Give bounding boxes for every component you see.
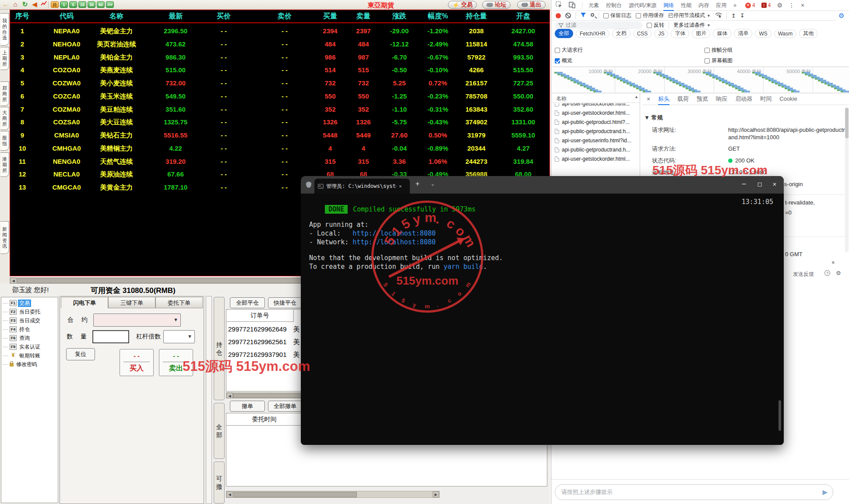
sidebar-item-F9[interactable]: F9实名认证 xyxy=(3,343,42,351)
details-scrollbar[interactable] xyxy=(845,108,849,252)
network-url[interactable]: http://localhost:8080 xyxy=(352,238,436,246)
inspect-icon[interactable] xyxy=(556,1,563,10)
request-row[interactable]: api-user-getstockorder.html... xyxy=(555,103,630,108)
leverage-select[interactable]: ▼ xyxy=(163,330,195,343)
quote-row[interactable]: 2NEHOA0美页岩油连续473.62- -- -484484-12.12-2.… xyxy=(10,38,550,51)
column-header[interactable]: 最新 xyxy=(169,12,183,21)
chart-icon[interactable] xyxy=(40,0,48,8)
sidebar-item-F2[interactable]: F2当日委托 xyxy=(3,308,42,316)
sidebar-item-F6[interactable]: F6查询 xyxy=(3,334,31,342)
sidebar-item-¥[interactable]: ¥银期转账 xyxy=(3,352,42,359)
close-banner-icon[interactable]: × xyxy=(831,259,835,266)
quote-row[interactable]: 10CMHGA0美精铜主力4.22- -- -44-0.04-0.89%2034… xyxy=(10,142,550,155)
more-filters-button[interactable]: 更多过滤条件▼ xyxy=(673,21,711,29)
column-header[interactable]: 持仓量 xyxy=(466,12,487,21)
home-icon[interactable]: ⌂ xyxy=(11,0,19,8)
headers-tab[interactable]: 载荷 xyxy=(677,93,689,105)
market-tab[interactable]: 上期所 xyxy=(0,47,9,70)
quote-row[interactable]: 11NENGA0天然气连续319.20- -- -3153153.361.06%… xyxy=(10,155,550,169)
reset-button[interactable]: 复位 xyxy=(66,348,95,360)
refresh-icon[interactable]: ↻ xyxy=(21,0,29,8)
minimize-icon[interactable]: ─ xyxy=(737,180,750,187)
filter-chip[interactable]: JS xyxy=(654,30,668,38)
request-row[interactable]: api-public-getproduct.html?... xyxy=(555,117,630,127)
overview-checkbox[interactable]: 概览 xyxy=(555,57,572,64)
quick-close-button[interactable]: 快捷平仓 xyxy=(268,297,302,308)
order-row[interactable]: 2997721629962561 美 xyxy=(228,336,299,348)
close-icon[interactable]: ✕ xyxy=(768,180,781,187)
filter-chip[interactable]: 字体 xyxy=(671,29,689,38)
devtools-tab[interactable]: 内存 xyxy=(698,0,709,11)
terminal-scrollbar[interactable] xyxy=(779,400,781,431)
help-icon[interactable]: ? xyxy=(824,270,830,276)
error-badge[interactable]: ✕4 xyxy=(745,2,755,8)
sidebar-item-F3[interactable]: F3当日成交 xyxy=(3,317,42,324)
period-button[interactable]: 1 xyxy=(60,1,68,8)
request-row[interactable]: api-user-getstockorder.html... xyxy=(555,154,630,163)
side-tab[interactable]: 可撤 xyxy=(214,462,225,504)
devtools-tab[interactable]: 应用 xyxy=(716,0,726,11)
tab-close-icon[interactable]: × xyxy=(399,183,402,189)
more-tabs-icon[interactable]: » xyxy=(733,0,736,11)
quote-row[interactable]: 9CMSIA0美钻石主力5516.55- -- -5448544927.600.… xyxy=(10,129,550,142)
sidebar-item-F1[interactable]: F1交易 xyxy=(3,299,31,307)
order-row[interactable]: 2997721629962649 美 xyxy=(228,323,299,335)
invert-checkbox[interactable]: 反转 xyxy=(647,21,664,29)
panel-divider[interactable] xyxy=(640,93,640,176)
filter-chip[interactable]: 文档 xyxy=(612,29,631,38)
exit-button[interactable]: 退出 xyxy=(517,1,546,9)
devtools-tab[interactable]: 控制台 xyxy=(606,0,622,11)
column-header[interactable]: 卖量 xyxy=(356,12,370,21)
record-icon[interactable] xyxy=(556,13,561,18)
market-tab[interactable]: 大商所 xyxy=(0,107,9,130)
order-row[interactable]: 2997721629937901 美 xyxy=(228,349,299,361)
request-row[interactable]: api-user-getuserinfo.html?id... xyxy=(555,136,631,145)
network-conditions-icon[interactable] xyxy=(715,12,722,19)
devtools-close-icon[interactable]: × xyxy=(801,2,804,9)
devtools-tab[interactable]: 网络 xyxy=(663,0,674,11)
trade-tab[interactable]: 委托下单 xyxy=(155,297,203,308)
filter-chip[interactable]: WS xyxy=(755,30,771,38)
trade-tab[interactable]: 三键下单 xyxy=(108,297,155,308)
screenshots-checkbox[interactable]: 屏幕截图 xyxy=(705,57,733,64)
terminal-titlebar[interactable]: >_ 管理员: C:\windows\system32 × + ⌄ ─ □ ✕ xyxy=(301,176,784,194)
filter-chip[interactable]: 全部 xyxy=(555,29,573,38)
quote-row[interactable]: 6COZCA0美玉米连续549.50- -- -550550-1.25-0.23… xyxy=(10,90,550,103)
period-button[interactable]: 15 xyxy=(78,1,86,8)
period-button[interactable]: 5 xyxy=(69,1,77,8)
market-tab[interactable]: 新闻资讯 xyxy=(0,221,9,254)
trade-vscrollbar[interactable] xyxy=(206,296,212,504)
contract-select[interactable]: ▼ xyxy=(93,314,181,327)
maximize-icon[interactable]: □ xyxy=(753,180,766,187)
period-button[interactable]: 60 xyxy=(97,1,105,8)
side-tab[interactable]: 持仓 xyxy=(214,297,225,400)
headers-tab[interactable]: 响应 xyxy=(716,93,727,105)
issue-badge[interactable]: !4 xyxy=(761,2,771,8)
devtools-tab[interactable]: 性能 xyxy=(681,0,691,11)
column-header[interactable]: 卖价 xyxy=(278,12,292,21)
quote-row[interactable]: 1NEPAA0美钯金主力2396.50- -- -23942397-29.00-… xyxy=(10,25,550,38)
forum-button[interactable]: 论坛 xyxy=(482,1,511,9)
quote-row[interactable]: 3NEPLA0美铂金主力986.30- -- -986987-6.70-0.67… xyxy=(10,51,550,64)
preserve-log-checkbox[interactable]: 保留日志 xyxy=(603,12,631,19)
quote-row[interactable]: 7COZMA0美豆粕连续351.60- -- -352352-1.10-0.31… xyxy=(10,103,550,116)
close-all-button[interactable]: 全部平仓 xyxy=(230,297,265,308)
column-header[interactable]: 代码 xyxy=(60,12,74,21)
trade-button[interactable]: ⚡ 交易 xyxy=(448,1,477,9)
quantity-input[interactable] xyxy=(92,330,129,343)
side-tab[interactable]: 全部 xyxy=(214,403,225,459)
cancel-all-button[interactable]: 全部撤单 xyxy=(268,401,302,412)
request-row[interactable]: api-public-getproductrand.h... xyxy=(555,145,630,154)
column-header[interactable]: 涨跌 xyxy=(392,12,406,21)
market-tab[interactable]: 股指 xyxy=(0,131,9,151)
disable-cache-checkbox[interactable]: 停用缓存 xyxy=(636,12,664,19)
column-header[interactable]: 序号 xyxy=(15,12,29,21)
sell-button[interactable]: - - 卖出 xyxy=(159,349,193,376)
back-icon[interactable]: ← xyxy=(2,0,10,8)
column-header[interactable]: 幅度% xyxy=(428,12,448,21)
horn-icon[interactable]: ◀ xyxy=(31,0,39,8)
filter-chip[interactable]: Fetch/XHR xyxy=(576,30,609,38)
quote-row[interactable]: 8COZSA0美大豆连续1325.75- -- -13261326-5.75-0… xyxy=(10,116,550,129)
group-frames-checkbox[interactable]: 按帧分组 xyxy=(705,46,733,54)
headers-tab[interactable]: 时间 xyxy=(760,93,771,105)
